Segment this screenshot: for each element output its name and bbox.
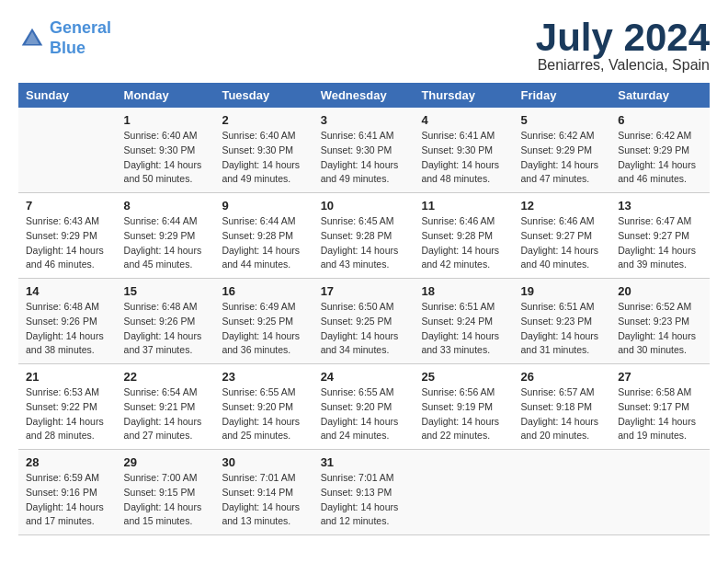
calendar-cell: 12 Sunrise: 6:46 AMSunset: 9:27 PMDaylig… <box>513 193 610 279</box>
calendar-cell: 19 Sunrise: 6:51 AMSunset: 9:23 PMDaylig… <box>513 279 610 364</box>
day-number: 14 <box>26 284 109 298</box>
calendar-cell: 13 Sunrise: 6:47 AMSunset: 9:27 PMDaylig… <box>610 193 710 279</box>
day-number: 28 <box>26 455 109 469</box>
calendar-cell <box>414 450 513 535</box>
calendar-cell: 26 Sunrise: 6:57 AMSunset: 9:18 PMDaylig… <box>513 364 610 450</box>
day-number: 31 <box>321 455 407 469</box>
calendar-header: Sunday Monday Tuesday Wednesday Thursday… <box>18 83 710 108</box>
day-number: 19 <box>520 284 603 298</box>
day-number: 20 <box>618 284 702 298</box>
day-info: Sunrise: 6:53 AMSunset: 9:22 PMDaylight:… <box>26 385 109 443</box>
day-number: 15 <box>124 284 208 298</box>
calendar-cell: 16 Sunrise: 6:49 AMSunset: 9:25 PMDaylig… <box>214 279 313 364</box>
day-info: Sunrise: 6:41 AMSunset: 9:30 PMDaylight:… <box>321 129 407 187</box>
calendar-cell: 27 Sunrise: 6:58 AMSunset: 9:17 PMDaylig… <box>610 364 710 450</box>
calendar-cell <box>610 450 710 535</box>
week-row-0: 1 Sunrise: 6:40 AMSunset: 9:30 PMDayligh… <box>18 108 710 193</box>
calendar-cell: 15 Sunrise: 6:48 AMSunset: 9:26 PMDaylig… <box>117 279 215 364</box>
day-info: Sunrise: 6:58 AMSunset: 9:17 PMDaylight:… <box>618 385 702 443</box>
day-info: Sunrise: 6:55 AMSunset: 9:20 PMDaylight:… <box>222 385 305 443</box>
day-info: Sunrise: 7:00 AMSunset: 9:15 PMDaylight:… <box>124 471 208 529</box>
day-number: 5 <box>520 113 603 127</box>
day-info: Sunrise: 6:41 AMSunset: 9:30 PMDaylight:… <box>421 129 506 187</box>
day-info: Sunrise: 6:59 AMSunset: 9:16 PMDaylight:… <box>26 471 109 529</box>
calendar-location: Beniarres, Valencia, Spain <box>536 57 710 74</box>
calendar-cell: 17 Sunrise: 6:50 AMSunset: 9:25 PMDaylig… <box>313 279 415 364</box>
day-info: Sunrise: 6:57 AMSunset: 9:18 PMDaylight:… <box>520 385 603 443</box>
title-block: July 2024 Beniarres, Valencia, Spain <box>536 18 710 74</box>
day-number: 4 <box>421 113 506 127</box>
day-number: 23 <box>222 370 305 384</box>
day-info: Sunrise: 7:01 AMSunset: 9:13 PMDaylight:… <box>321 471 407 529</box>
day-number: 9 <box>222 199 305 213</box>
calendar-cell: 18 Sunrise: 6:51 AMSunset: 9:24 PMDaylig… <box>414 279 513 364</box>
calendar-cell: 24 Sunrise: 6:55 AMSunset: 9:20 PMDaylig… <box>313 364 415 450</box>
day-info: Sunrise: 6:47 AMSunset: 9:27 PMDaylight:… <box>618 214 702 272</box>
day-info: Sunrise: 6:51 AMSunset: 9:24 PMDaylight:… <box>421 300 506 358</box>
day-number: 25 <box>421 370 506 384</box>
day-info: Sunrise: 7:01 AMSunset: 9:14 PMDaylight:… <box>222 471 305 529</box>
week-row-3: 21 Sunrise: 6:53 AMSunset: 9:22 PMDaylig… <box>18 364 710 450</box>
calendar-cell: 20 Sunrise: 6:52 AMSunset: 9:23 PMDaylig… <box>610 279 710 364</box>
day-info: Sunrise: 6:55 AMSunset: 9:20 PMDaylight:… <box>321 385 407 443</box>
day-number: 3 <box>321 113 407 127</box>
calendar-cell: 2 Sunrise: 6:40 AMSunset: 9:30 PMDayligh… <box>214 108 313 193</box>
header-row: Sunday Monday Tuesday Wednesday Thursday… <box>18 83 710 108</box>
calendar-cell: 23 Sunrise: 6:55 AMSunset: 9:20 PMDaylig… <box>214 364 313 450</box>
day-number: 11 <box>421 199 506 213</box>
calendar-title: July 2024 <box>536 18 710 57</box>
day-number: 1 <box>124 113 208 127</box>
col-sunday: Sunday <box>18 83 117 108</box>
col-saturday: Saturday <box>610 83 710 108</box>
calendar-cell: 3 Sunrise: 6:41 AMSunset: 9:30 PMDayligh… <box>313 108 415 193</box>
day-info: Sunrise: 6:40 AMSunset: 9:30 PMDaylight:… <box>124 129 208 187</box>
day-info: Sunrise: 6:48 AMSunset: 9:26 PMDaylight:… <box>124 300 208 358</box>
calendar-cell <box>18 108 117 193</box>
calendar-cell: 11 Sunrise: 6:46 AMSunset: 9:28 PMDaylig… <box>414 193 513 279</box>
calendar-cell: 5 Sunrise: 6:42 AMSunset: 9:29 PMDayligh… <box>513 108 610 193</box>
day-number: 21 <box>26 370 109 384</box>
day-number: 13 <box>618 199 702 213</box>
day-number: 22 <box>124 370 208 384</box>
calendar-cell: 22 Sunrise: 6:54 AMSunset: 9:21 PMDaylig… <box>117 364 215 450</box>
day-number: 2 <box>222 113 305 127</box>
col-friday: Friday <box>513 83 610 108</box>
day-info: Sunrise: 6:45 AMSunset: 9:28 PMDaylight:… <box>321 214 407 272</box>
calendar-cell: 14 Sunrise: 6:48 AMSunset: 9:26 PMDaylig… <box>18 279 117 364</box>
day-info: Sunrise: 6:54 AMSunset: 9:21 PMDaylight:… <box>124 385 208 443</box>
week-row-2: 14 Sunrise: 6:48 AMSunset: 9:26 PMDaylig… <box>18 279 710 364</box>
calendar-body: 1 Sunrise: 6:40 AMSunset: 9:30 PMDayligh… <box>18 108 710 535</box>
day-number: 7 <box>26 199 109 213</box>
day-number: 27 <box>618 370 702 384</box>
day-number: 12 <box>520 199 603 213</box>
day-info: Sunrise: 6:56 AMSunset: 9:19 PMDaylight:… <box>421 385 506 443</box>
col-monday: Monday <box>117 83 215 108</box>
calendar-cell: 6 Sunrise: 6:42 AMSunset: 9:29 PMDayligh… <box>610 108 710 193</box>
logo-line2: Blue <box>50 39 85 57</box>
calendar-cell <box>513 450 610 535</box>
day-info: Sunrise: 6:44 AMSunset: 9:28 PMDaylight:… <box>222 214 305 272</box>
day-number: 30 <box>222 455 305 469</box>
day-number: 18 <box>421 284 506 298</box>
week-row-1: 7 Sunrise: 6:43 AMSunset: 9:29 PMDayligh… <box>18 193 710 279</box>
calendar-cell: 29 Sunrise: 7:00 AMSunset: 9:15 PMDaylig… <box>117 450 215 535</box>
calendar-cell: 25 Sunrise: 6:56 AMSunset: 9:19 PMDaylig… <box>414 364 513 450</box>
col-tuesday: Tuesday <box>214 83 313 108</box>
day-number: 16 <box>222 284 305 298</box>
day-number: 17 <box>321 284 407 298</box>
day-info: Sunrise: 6:51 AMSunset: 9:23 PMDaylight:… <box>520 300 603 358</box>
calendar-cell: 21 Sunrise: 6:53 AMSunset: 9:22 PMDaylig… <box>18 364 117 450</box>
logo-line1: General <box>50 18 111 37</box>
day-number: 10 <box>321 199 407 213</box>
page-header: General Blue July 2024 Beniarres, Valenc… <box>18 18 710 74</box>
day-info: Sunrise: 6:46 AMSunset: 9:28 PMDaylight:… <box>421 214 506 272</box>
logo-icon <box>18 25 46 52</box>
day-number: 6 <box>618 113 702 127</box>
week-row-4: 28 Sunrise: 6:59 AMSunset: 9:16 PMDaylig… <box>18 450 710 535</box>
calendar-cell: 8 Sunrise: 6:44 AMSunset: 9:29 PMDayligh… <box>117 193 215 279</box>
col-wednesday: Wednesday <box>313 83 415 108</box>
calendar-cell: 7 Sunrise: 6:43 AMSunset: 9:29 PMDayligh… <box>18 193 117 279</box>
calendar-cell: 4 Sunrise: 6:41 AMSunset: 9:30 PMDayligh… <box>414 108 513 193</box>
day-info: Sunrise: 6:43 AMSunset: 9:29 PMDaylight:… <box>26 214 109 272</box>
day-info: Sunrise: 6:49 AMSunset: 9:25 PMDaylight:… <box>222 300 305 358</box>
